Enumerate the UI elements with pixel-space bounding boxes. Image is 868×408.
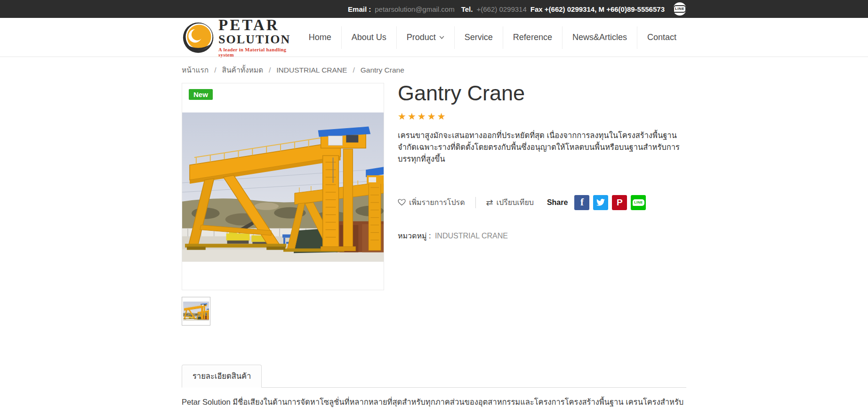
new-badge: New (189, 89, 213, 100)
tab-product-details[interactable]: รายละเอียดสินค้า (182, 365, 262, 388)
tab-bar: รายละเอียดสินค้า (182, 365, 686, 388)
nav-item-about-us[interactable]: About Us (341, 26, 396, 49)
share-row: เพิ่มรายการโปรด ⇄ เปรียบเทียบ Share f (398, 195, 686, 210)
logo-tagline: A leader in Material handling system (218, 47, 299, 57)
product-gallery: New (182, 83, 384, 326)
line-icon[interactable]: LINE (673, 2, 686, 16)
line-share-icon: LINE (633, 199, 644, 206)
compare-icon: ⇄ (486, 198, 493, 207)
email-link[interactable]: petarsolution@gmail.com (375, 5, 454, 13)
breadcrumb-category[interactable]: INDUSTRIAL CRANE (276, 66, 347, 74)
twitter-share-button[interactable] (593, 195, 608, 210)
pinterest-icon: P (617, 197, 623, 208)
social-share-buttons: f P LINE (574, 195, 646, 210)
rating-stars: ★★★★★ (398, 111, 686, 122)
breadcrumb: หน้าแรก / สินค้าทั้งหมด / INDUSTRIAL CRA… (182, 57, 686, 76)
nav-item-product[interactable]: Product (396, 26, 454, 49)
tel-value: +(662) 0299314 (476, 5, 526, 13)
breadcrumb-current: Gantry Crane (361, 66, 404, 74)
gantry-crane-photo (182, 112, 384, 262)
site-header: PETAR SOLUTION A leader in Material hand… (0, 18, 868, 57)
product-image[interactable]: New (182, 83, 384, 290)
breadcrumb-separator: / (269, 66, 271, 74)
facebook-share-button[interactable]: f (574, 195, 589, 210)
product-info: Gantry Crane ★★★★★ เครนขาสูงมักจะเสนอทาง… (398, 83, 686, 326)
breadcrumb-all-products[interactable]: สินค้าทั้งหมด (222, 64, 263, 76)
facebook-icon: f (580, 196, 584, 208)
compare-label: เปรียบเทียบ (497, 196, 534, 208)
nav-item-contact[interactable]: Contact (637, 26, 686, 49)
product-description: เครนขาสูงมักจะเสนอทางออกที่ประหยัดที่สุด… (398, 130, 686, 165)
main-nav: Home About Us Product Service Reference … (299, 26, 686, 49)
divider (475, 197, 476, 208)
email-label: Email : (348, 5, 371, 13)
logo[interactable]: PETAR SOLUTION A leader in Material hand… (182, 17, 299, 57)
breadcrumb-home[interactable]: หน้าแรก (182, 64, 209, 76)
add-favorite-label: เพิ่มรายการโปรด (409, 196, 465, 208)
gantry-crane-thumbnail-image (183, 302, 209, 321)
pinterest-share-button[interactable]: P (612, 195, 627, 210)
twitter-icon (596, 199, 605, 206)
logo-icon (182, 20, 215, 55)
category-row: หมวดหมู่ : INDUSTRIAL CRANE (398, 230, 686, 242)
category-label: หมวดหมู่ : (398, 232, 431, 240)
share-label: Share (547, 198, 568, 207)
product-thumbnail[interactable] (182, 297, 210, 326)
add-favorite-button[interactable]: เพิ่มรายการโปรด (398, 196, 465, 208)
heart-icon (398, 199, 406, 206)
nav-item-news-articles[interactable]: News&Articles (562, 26, 637, 49)
nav-item-reference[interactable]: Reference (503, 26, 562, 49)
category-link[interactable]: INDUSTRIAL CRANE (435, 232, 508, 240)
breadcrumb-separator: / (214, 66, 216, 74)
logo-name-bottom: SOLUTION (218, 33, 299, 46)
chevron-down-icon (439, 36, 444, 39)
fax-value: Fax +(662) 0299314, M +66(0)89-5556573 (530, 5, 665, 13)
line-share-button[interactable]: LINE (631, 195, 646, 210)
compare-button[interactable]: ⇄ เปรียบเทียบ (486, 196, 534, 208)
nav-item-home[interactable]: Home (299, 26, 341, 49)
tel-label: Tel. (461, 5, 473, 13)
topbar: Email : petarsolution@gmail.com Tel. +(6… (0, 0, 868, 18)
details-paragraph: Petar Solution มีชื่อเสียงในด้านการจัดหา… (182, 395, 686, 408)
details-section: รายละเอียดสินค้า Petar Solution มีชื่อเส… (182, 365, 686, 408)
page-title: Gantry Crane (398, 81, 686, 106)
breadcrumb-separator: / (353, 66, 354, 74)
nav-item-service[interactable]: Service (454, 26, 503, 49)
logo-name-top: PETAR (218, 17, 299, 33)
